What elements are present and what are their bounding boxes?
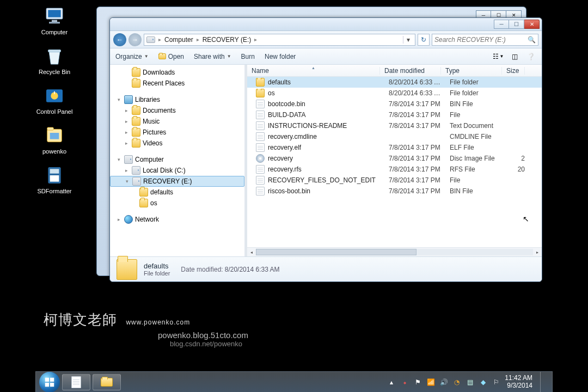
tray-app-icon[interactable]: ◔: [452, 378, 461, 387]
file-type: Disc Image File: [445, 155, 506, 162]
column-date-modified[interactable]: Date modified: [380, 67, 441, 75]
tree-expander-icon[interactable]: ▾: [124, 179, 130, 184]
svg-rect-7: [54, 91, 55, 94]
desktop-icon-recycle-bin[interactable]: Recycle Bin: [33, 45, 76, 75]
column-name[interactable]: Name: [247, 67, 380, 75]
file-row[interactable]: defaults8/20/2014 6:33 AMFile folder: [247, 77, 542, 88]
maximize-button[interactable]: ☐: [509, 20, 524, 29]
minimize-button[interactable]: ─: [494, 20, 509, 29]
tray-show-hidden-icon[interactable]: ▴: [387, 378, 396, 387]
desktop-icon-powenko[interactable]: powenko: [33, 125, 76, 155]
breadcrumb-separator-icon: ▸: [254, 36, 257, 42]
tray-app2-icon[interactable]: ▤: [465, 378, 474, 387]
tray-security-icon[interactable]: ⬥: [400, 378, 409, 387]
tree-item-libraries[interactable]: ▾Libraries: [110, 94, 244, 105]
column-type[interactable]: Type: [441, 67, 502, 75]
tree-item-recovery-e-[interactable]: ▾RECOVERY (E:): [110, 176, 244, 187]
svg-rect-3: [49, 22, 60, 23]
navigation-pane[interactable]: DownloadsRecent Places▾Libraries▸Documen…: [110, 65, 245, 256]
tree-expander-icon[interactable]: ▸: [115, 217, 122, 222]
search-input[interactable]: [434, 36, 528, 44]
scroll-right-button[interactable]: ▸: [533, 248, 542, 256]
file-row[interactable]: recovery.rfs7/8/2014 3:17 PMRFS File20: [247, 164, 542, 175]
file-name: riscos-boot.bin: [268, 187, 310, 195]
taskbar-item-notepad[interactable]: [62, 374, 90, 390]
taskbar-clock[interactable]: 11:42 AM 9/3/2014: [505, 375, 532, 390]
file-row[interactable]: INSTRUCTIONS-README7/8/2014 3:17 PMText …: [247, 120, 542, 131]
burn-button[interactable]: Burn: [241, 53, 255, 60]
file-list[interactable]: defaults8/20/2014 6:33 AMFile folderos8/…: [247, 77, 542, 247]
tray-network-icon[interactable]: 📶: [426, 378, 435, 387]
tray-app4-icon[interactable]: ⚐: [492, 378, 500, 387]
tree-item-computer[interactable]: ▾Computer: [110, 154, 244, 165]
preview-pane-button[interactable]: ◫: [509, 51, 520, 62]
show-desktop-button[interactable]: [540, 372, 546, 393]
file-row[interactable]: recovery.elf7/8/2014 3:17 PMELF File: [247, 142, 542, 153]
help-button[interactable]: ❔: [525, 51, 536, 62]
nav-forward-button[interactable]: →: [128, 33, 142, 46]
column-size[interactable]: Size: [502, 67, 525, 75]
address-dropdown-button[interactable]: ▾: [403, 36, 413, 44]
tree-expander-icon[interactable]: ▸: [123, 108, 130, 113]
tray-app3-icon[interactable]: ◆: [479, 378, 487, 387]
desktop-icon-label: SDFormatter: [38, 188, 72, 194]
tree-item-music[interactable]: ▸Music: [110, 116, 244, 127]
desktop-icon-sdformatter[interactable]: SDFormatter: [33, 164, 76, 194]
tree-expander-icon[interactable]: ▸: [123, 119, 130, 124]
refresh-button[interactable]: ↻: [418, 34, 430, 46]
tree-expander-icon[interactable]: ▸: [123, 130, 130, 135]
toolbar: Organize▼ Open Share with▼ Burn New fold…: [110, 48, 542, 65]
tree-expander-icon[interactable]: ▸: [123, 140, 130, 146]
file-type: BIN File: [445, 100, 506, 108]
tree-item-defaults[interactable]: defaults: [110, 187, 244, 198]
close-button[interactable]: ✕: [524, 20, 540, 29]
desktop-icon-computer[interactable]: Computer: [33, 5, 76, 35]
svg-rect-1: [48, 10, 60, 17]
tree-item-label: Recent Places: [143, 79, 185, 87]
tree-item-os[interactable]: os: [110, 198, 244, 209]
file-row[interactable]: recovery.cmdlineCMDLINE File: [247, 131, 542, 142]
disc-icon: [256, 154, 265, 163]
tree-expander-icon[interactable]: ▾: [115, 97, 122, 102]
new-folder-button[interactable]: New folder: [265, 53, 296, 60]
file-date: 8/20/2014 6:33 AM: [384, 78, 445, 86]
desktop-icon-label: Computer: [41, 29, 68, 35]
tray-action-center-icon[interactable]: ⚑: [413, 378, 422, 387]
address-bar[interactable]: ▸ Computer ▸ RECOVERY (E:) ▸ ▾: [144, 34, 415, 46]
breadcrumb-recovery[interactable]: RECOVERY (E:): [203, 36, 252, 44]
open-button[interactable]: Open: [158, 53, 184, 60]
breadcrumb-computer[interactable]: Computer: [164, 36, 193, 44]
horizontal-scrollbar[interactable]: ◂ ▸: [247, 247, 542, 256]
file-row[interactable]: riscos-boot.bin7/8/2014 3:17 PMBIN File: [247, 186, 542, 197]
scroll-thumb[interactable]: [256, 249, 416, 255]
tree-item-downloads[interactable]: Downloads: [110, 67, 244, 78]
file-row[interactable]: recovery7/8/2014 3:17 PMDisc Image File2: [247, 153, 542, 164]
tree-item-network[interactable]: ▸Network: [110, 214, 244, 225]
tree-item-pictures[interactable]: ▸Pictures: [110, 127, 244, 138]
file-row[interactable]: os8/20/2014 6:33 AMFile folder: [247, 88, 542, 99]
file-date: 8/20/2014 6:33 AM: [384, 89, 445, 97]
start-button[interactable]: [39, 372, 60, 393]
organize-button[interactable]: Organize▼: [115, 53, 149, 60]
nav-back-button[interactable]: ←: [113, 33, 126, 46]
tree-item-videos[interactable]: ▸Videos: [110, 138, 244, 149]
tree-item-local-disk-c-[interactable]: ▸Local Disk (C:): [110, 165, 244, 176]
file-name: RECOVERY_FILES_DO_NOT_EDIT: [268, 176, 376, 184]
share-with-button[interactable]: Share with▼: [194, 53, 231, 60]
taskbar-item-explorer[interactable]: [93, 374, 121, 390]
title-bar[interactable]: ─ ☐ ✕: [110, 18, 542, 31]
system-tray: ▴ ⬥ ⚑ 📶 🔊 ◔ ▤ ◆ ⚐ 11:42 AM 9/3/2014: [387, 372, 549, 393]
file-row[interactable]: BUILD-DATA7/8/2014 3:17 PMFile: [247, 109, 542, 120]
file-row[interactable]: RECOVERY_FILES_DO_NOT_EDIT7/8/2014 3:17 …: [247, 175, 542, 186]
scroll-left-button[interactable]: ◂: [247, 248, 256, 256]
tree-item-documents[interactable]: ▸Documents: [110, 105, 244, 116]
view-options-button[interactable]: ☷ ▼: [493, 51, 504, 62]
file-row[interactable]: bootcode.bin7/8/2014 3:17 PMBIN File: [247, 99, 542, 109]
desktop-icon-control-panel[interactable]: Control Panel: [33, 85, 76, 115]
tree-expander-icon[interactable]: ▸: [123, 168, 130, 173]
search-box[interactable]: 🔍: [432, 34, 538, 46]
tree-item-recent-places[interactable]: Recent Places: [110, 78, 244, 89]
search-icon[interactable]: 🔍: [528, 36, 536, 44]
tray-volume-icon[interactable]: 🔊: [439, 378, 448, 387]
tree-expander-icon[interactable]: ▾: [115, 157, 122, 162]
